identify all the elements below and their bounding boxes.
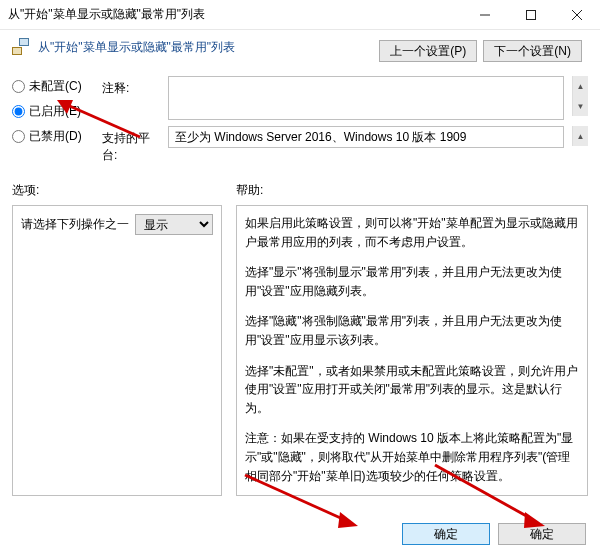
help-paragraph: 选择"未配置"，或者如果禁用或未配置此策略设置，则允许用户使用"设置"应用打开或… [245,362,579,418]
options-box: 请选择下列操作之一 显示 [12,205,222,496]
help-paragraph: 选择"隐藏"将强制隐藏"最常用"列表，并且用户无法更改为使用"设置"应用显示该列… [245,312,579,349]
svg-marker-7 [338,512,358,528]
maximize-button[interactable] [508,0,554,30]
scroll-up-icon[interactable]: ▲ [572,76,588,96]
help-paragraph: 选择"显示"将强制显示"最常用"列表，并且用户无法更改为使用"设置"应用隐藏列表… [245,263,579,300]
dialog-buttons: 确定 确定 [402,523,586,545]
option-dropdown[interactable]: 显示 [135,214,213,235]
window-title: 从"开始"菜单显示或隐藏"最常用"列表 [8,6,462,23]
header-area: 从"开始"菜单显示或隐藏"最常用"列表 上一个设置(P) 下一个设置(N) [0,30,600,72]
comment-label: 注释: [102,76,160,97]
radio-enabled-input[interactable] [12,105,25,118]
help-section-label: 帮助: [236,182,588,199]
platform-value-box: 至少为 Windows Server 2016、Windows 10 版本 19… [168,126,564,148]
platform-label: 支持的平台: [102,126,160,164]
radio-disabled-input[interactable] [12,130,25,143]
help-paragraph: 如果启用此策略设置，则可以将"开始"菜单配置为显示或隐藏用户最常用应用的列表，而… [245,214,579,251]
comment-input[interactable] [168,76,564,120]
scroll-up-icon[interactable]: ▲ [572,126,588,146]
policy-icon [12,38,30,56]
radio-enabled-label: 已启用(E) [29,103,81,120]
state-radio-group: 未配置(C) 已启用(E) 已禁用(D) [12,76,92,145]
scroll-down-icon[interactable]: ▼ [572,96,588,116]
help-box: 如果启用此策略设置，则可以将"开始"菜单配置为显示或隐藏用户最常用应用的列表，而… [236,205,588,496]
ok-button-2[interactable]: 确定 [498,523,586,545]
option-row-label: 请选择下列操作之一 [21,216,129,233]
prev-setting-button[interactable]: 上一个设置(P) [379,40,477,62]
body-area: 选项: 请选择下列操作之一 显示 帮助: 如果启用此策略设置，则可以将"开始"菜… [0,166,600,496]
help-paragraph: 注意：如果在受支持的 Windows 10 版本上将此策略配置为"显示"或"隐藏… [245,429,579,485]
options-section-label: 选项: [12,182,222,199]
svg-rect-1 [527,10,536,19]
radio-not-configured[interactable]: 未配置(C) [12,78,92,95]
radio-disabled-label: 已禁用(D) [29,128,82,145]
minimize-button[interactable] [462,0,508,30]
radio-not-configured-input[interactable] [12,80,25,93]
platform-value: 至少为 Windows Server 2016、Windows 10 版本 19… [175,129,557,146]
config-area: 未配置(C) 已启用(E) 已禁用(D) 注释: ▲ ▼ 支持的平台: 至少为 … [0,72,600,166]
window-controls [462,0,600,30]
radio-disabled[interactable]: 已禁用(D) [12,128,92,145]
radio-not-configured-label: 未配置(C) [29,78,82,95]
ok-button[interactable]: 确定 [402,523,490,545]
title-bar: 从"开始"菜单显示或隐藏"最常用"列表 [0,0,600,30]
close-button[interactable] [554,0,600,30]
policy-title: 从"开始"菜单显示或隐藏"最常用"列表 [38,39,235,56]
next-setting-button[interactable]: 下一个设置(N) [483,40,582,62]
radio-enabled[interactable]: 已启用(E) [12,103,92,120]
